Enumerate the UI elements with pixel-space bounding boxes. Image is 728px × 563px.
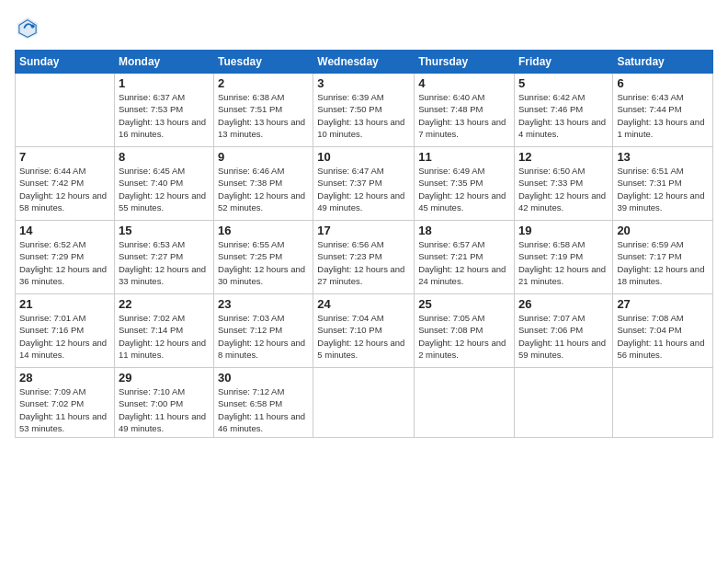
calendar-table: SundayMondayTuesdayWednesdayThursdayFrid… <box>15 50 713 438</box>
calendar-cell: 2Sunrise: 6:38 AMSunset: 7:51 PMDaylight… <box>214 74 313 147</box>
day-number: 27 <box>617 297 709 311</box>
day-info: Sunrise: 6:44 AMSunset: 7:42 PMDaylight:… <box>19 165 110 213</box>
calendar-cell <box>415 368 515 438</box>
calendar-cell: 22Sunrise: 7:02 AMSunset: 7:14 PMDayligh… <box>114 294 213 368</box>
calendar-cell: 18Sunrise: 6:57 AMSunset: 7:21 PMDayligh… <box>415 221 515 294</box>
calendar-week-row: 1Sunrise: 6:37 AMSunset: 7:53 PMDaylight… <box>16 74 713 147</box>
day-info: Sunrise: 6:50 AMSunset: 7:33 PMDaylight:… <box>518 165 609 213</box>
day-number: 16 <box>218 224 309 237</box>
calendar-cell: 15Sunrise: 6:53 AMSunset: 7:27 PMDayligh… <box>114 221 213 294</box>
day-number: 11 <box>418 150 510 164</box>
day-number: 4 <box>418 76 510 90</box>
header <box>15 15 713 40</box>
day-info: Sunrise: 6:52 AMSunset: 7:29 PMDaylight:… <box>19 238 110 287</box>
day-number: 13 <box>617 150 709 164</box>
day-info: Sunrise: 6:43 AMSunset: 7:44 PMDaylight:… <box>617 91 709 140</box>
day-number: 1 <box>119 76 210 90</box>
day-info: Sunrise: 6:42 AMSunset: 7:46 PMDaylight:… <box>518 91 609 140</box>
calendar-cell: 21Sunrise: 7:01 AMSunset: 7:16 PMDayligh… <box>16 294 115 368</box>
calendar-cell: 13Sunrise: 6:51 AMSunset: 7:31 PMDayligh… <box>613 147 713 221</box>
day-info: Sunrise: 7:03 AMSunset: 7:12 PMDaylight:… <box>218 312 309 361</box>
calendar-cell: 23Sunrise: 7:03 AMSunset: 7:12 PMDayligh… <box>214 294 313 368</box>
calendar-cell: 19Sunrise: 6:58 AMSunset: 7:19 PMDayligh… <box>514 221 612 294</box>
day-number: 26 <box>518 297 609 311</box>
calendar-cell <box>313 368 415 438</box>
logo <box>15 15 42 40</box>
calendar-cell: 27Sunrise: 7:08 AMSunset: 7:04 PMDayligh… <box>613 294 713 368</box>
calendar-cell: 5Sunrise: 6:42 AMSunset: 7:46 PMDaylight… <box>514 74 612 147</box>
weekday-header-saturday: Saturday <box>613 51 713 74</box>
day-number: 3 <box>317 76 410 90</box>
day-info: Sunrise: 6:51 AMSunset: 7:31 PMDaylight:… <box>617 165 709 213</box>
day-number: 30 <box>218 371 309 385</box>
day-number: 8 <box>119 150 210 164</box>
calendar-cell: 29Sunrise: 7:10 AMSunset: 7:00 PMDayligh… <box>114 368 213 438</box>
day-number: 14 <box>19 224 110 237</box>
logo-icon <box>15 15 40 40</box>
calendar-cell: 25Sunrise: 7:05 AMSunset: 7:08 PMDayligh… <box>415 294 515 368</box>
day-info: Sunrise: 6:58 AMSunset: 7:19 PMDaylight:… <box>518 238 609 287</box>
calendar-cell: 3Sunrise: 6:39 AMSunset: 7:50 PMDaylight… <box>313 74 415 147</box>
weekday-header-sunday: Sunday <box>16 51 115 74</box>
calendar-cell: 9Sunrise: 6:46 AMSunset: 7:38 PMDaylight… <box>214 147 313 221</box>
day-number: 7 <box>19 150 110 164</box>
weekday-header-wednesday: Wednesday <box>313 51 415 74</box>
svg-marker-0 <box>17 17 38 40</box>
day-number: 24 <box>317 297 410 311</box>
calendar-cell: 8Sunrise: 6:45 AMSunset: 7:40 PMDaylight… <box>114 147 213 221</box>
day-number: 19 <box>518 224 609 237</box>
calendar-cell: 11Sunrise: 6:49 AMSunset: 7:35 PMDayligh… <box>415 147 515 221</box>
calendar-cell: 4Sunrise: 6:40 AMSunset: 7:48 PMDaylight… <box>415 74 515 147</box>
day-info: Sunrise: 7:09 AMSunset: 7:02 PMDaylight:… <box>19 385 110 434</box>
calendar-cell <box>16 74 115 147</box>
day-number: 15 <box>119 224 210 237</box>
day-number: 28 <box>19 371 110 385</box>
day-number: 18 <box>418 224 510 237</box>
day-number: 12 <box>518 150 609 164</box>
day-info: Sunrise: 7:12 AMSunset: 6:58 PMDaylight:… <box>218 385 309 434</box>
calendar-cell: 30Sunrise: 7:12 AMSunset: 6:58 PMDayligh… <box>214 368 313 438</box>
calendar-cell <box>514 368 612 438</box>
calendar-cell: 17Sunrise: 6:56 AMSunset: 7:23 PMDayligh… <box>313 221 415 294</box>
day-number: 17 <box>317 224 410 237</box>
day-info: Sunrise: 6:47 AMSunset: 7:37 PMDaylight:… <box>317 165 410 213</box>
calendar-cell: 14Sunrise: 6:52 AMSunset: 7:29 PMDayligh… <box>16 221 115 294</box>
day-number: 6 <box>617 76 709 90</box>
day-info: Sunrise: 6:49 AMSunset: 7:35 PMDaylight:… <box>418 165 510 213</box>
day-info: Sunrise: 7:04 AMSunset: 7:10 PMDaylight:… <box>317 312 410 361</box>
day-info: Sunrise: 6:55 AMSunset: 7:25 PMDaylight:… <box>218 238 309 287</box>
calendar-week-row: 14Sunrise: 6:52 AMSunset: 7:29 PMDayligh… <box>16 221 713 294</box>
day-info: Sunrise: 6:38 AMSunset: 7:51 PMDaylight:… <box>218 91 309 140</box>
page: SundayMondayTuesdayWednesdayThursdayFrid… <box>0 0 728 563</box>
weekday-header-row: SundayMondayTuesdayWednesdayThursdayFrid… <box>16 51 713 74</box>
day-number: 22 <box>119 297 210 311</box>
day-number: 20 <box>617 224 709 237</box>
calendar-cell <box>613 368 713 438</box>
svg-point-2 <box>31 25 35 29</box>
calendar-cell: 12Sunrise: 6:50 AMSunset: 7:33 PMDayligh… <box>514 147 612 221</box>
day-info: Sunrise: 6:40 AMSunset: 7:48 PMDaylight:… <box>418 91 510 140</box>
day-info: Sunrise: 7:02 AMSunset: 7:14 PMDaylight:… <box>119 312 210 361</box>
day-number: 5 <box>518 76 609 90</box>
day-info: Sunrise: 6:45 AMSunset: 7:40 PMDaylight:… <box>119 165 210 213</box>
calendar-cell: 7Sunrise: 6:44 AMSunset: 7:42 PMDaylight… <box>16 147 115 221</box>
calendar-cell: 10Sunrise: 6:47 AMSunset: 7:37 PMDayligh… <box>313 147 415 221</box>
day-info: Sunrise: 6:39 AMSunset: 7:50 PMDaylight:… <box>317 91 410 140</box>
day-info: Sunrise: 6:53 AMSunset: 7:27 PMDaylight:… <box>119 238 210 287</box>
day-info: Sunrise: 6:57 AMSunset: 7:21 PMDaylight:… <box>418 238 510 287</box>
day-number: 10 <box>317 150 410 164</box>
weekday-header-tuesday: Tuesday <box>214 51 313 74</box>
calendar-cell: 1Sunrise: 6:37 AMSunset: 7:53 PMDaylight… <box>114 74 213 147</box>
day-number: 29 <box>119 371 210 385</box>
calendar-cell: 26Sunrise: 7:07 AMSunset: 7:06 PMDayligh… <box>514 294 612 368</box>
day-info: Sunrise: 6:56 AMSunset: 7:23 PMDaylight:… <box>317 238 410 287</box>
day-number: 25 <box>418 297 510 311</box>
day-info: Sunrise: 6:46 AMSunset: 7:38 PMDaylight:… <box>218 165 309 213</box>
day-info: Sunrise: 6:59 AMSunset: 7:17 PMDaylight:… <box>617 238 709 287</box>
day-info: Sunrise: 7:05 AMSunset: 7:08 PMDaylight:… <box>418 312 510 361</box>
calendar-cell: 6Sunrise: 6:43 AMSunset: 7:44 PMDaylight… <box>613 74 713 147</box>
calendar-cell: 28Sunrise: 7:09 AMSunset: 7:02 PMDayligh… <box>16 368 115 438</box>
day-number: 23 <box>218 297 309 311</box>
weekday-header-thursday: Thursday <box>415 51 515 74</box>
day-info: Sunrise: 7:08 AMSunset: 7:04 PMDaylight:… <box>617 312 709 361</box>
